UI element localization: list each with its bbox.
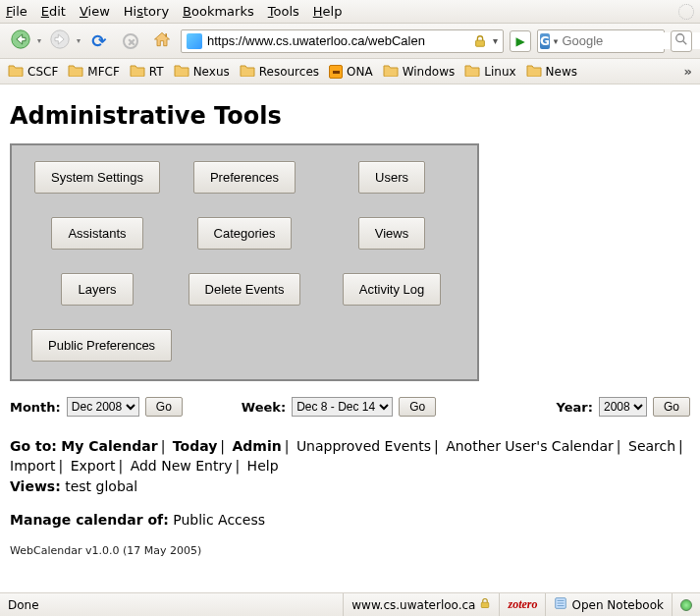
- bookmark-linux[interactable]: Linux: [464, 63, 515, 80]
- open-notebook-button[interactable]: Open Notebook: [545, 593, 672, 616]
- folder-icon: [68, 63, 83, 80]
- bookmark-ona[interactable]: ONA: [329, 65, 373, 79]
- month-label: Month:: [10, 400, 61, 415]
- bookmark-news[interactable]: News: [526, 63, 577, 80]
- url-input[interactable]: [205, 32, 470, 49]
- link-today[interactable]: Today: [173, 438, 217, 454]
- page-title: Administrative Tools: [10, 102, 690, 130]
- menu-view[interactable]: View: [80, 4, 110, 19]
- preferences-button[interactable]: Preferences: [193, 161, 296, 194]
- link-search[interactable]: Search: [628, 438, 675, 454]
- layers-button[interactable]: Layers: [61, 273, 133, 306]
- search-bar[interactable]: G ▾: [537, 29, 665, 53]
- categories-button[interactable]: Categories: [197, 217, 293, 250]
- status-led[interactable]: [672, 593, 700, 616]
- bookmark-rt[interactable]: RT: [130, 63, 164, 80]
- admin-tools-panel: System Settings Preferences Users Assist…: [10, 143, 479, 381]
- link-my-calendar[interactable]: My Calendar: [61, 438, 157, 454]
- bookmarks-toolbar: CSCF MFCF RT Nexus Resources ONA Windows…: [0, 59, 700, 84]
- menu-edit[interactable]: Edit: [41, 4, 66, 19]
- delete-events-button[interactable]: Delete Events: [188, 273, 301, 306]
- menu-history[interactable]: History: [124, 4, 169, 19]
- bookmark-label: ONA: [347, 65, 373, 79]
- throbber-icon: [678, 4, 694, 20]
- bookmark-mfcf[interactable]: MFCF: [68, 63, 120, 80]
- assistants-button[interactable]: Assistants: [51, 217, 142, 250]
- folder-icon: [174, 63, 189, 80]
- users-button[interactable]: Users: [358, 161, 425, 194]
- svg-rect-2: [165, 33, 167, 36]
- link-unapproved-events[interactable]: Unapproved Events: [296, 438, 431, 454]
- play-icon: ▶: [515, 34, 524, 48]
- folder-icon: [383, 63, 399, 80]
- activity-log-button[interactable]: Activity Log: [343, 273, 441, 306]
- search-submit-button[interactable]: [671, 30, 692, 52]
- home-button[interactable]: [149, 28, 175, 54]
- views-value: test global: [65, 478, 137, 494]
- navigation-toolbar: ▾ ▾ ⟳ ▾ ▶ G ▾: [0, 24, 700, 59]
- bookmark-cscf[interactable]: CSCF: [8, 63, 58, 80]
- bookmark-label: RT: [149, 65, 164, 79]
- public-preferences-button[interactable]: Public Preferences: [31, 329, 172, 362]
- link-import[interactable]: Import: [10, 458, 55, 474]
- system-settings-button[interactable]: System Settings: [34, 161, 160, 194]
- stop-button[interactable]: [118, 28, 143, 54]
- views-button[interactable]: Views: [358, 217, 425, 250]
- views-label: Views:: [10, 478, 61, 494]
- go-button[interactable]: ▶: [510, 30, 531, 52]
- status-bar: Done www.cs.uwaterloo.ca zotero Open Not…: [0, 592, 700, 616]
- year-select[interactable]: 2008: [599, 397, 647, 417]
- bookmark-label: News: [546, 65, 577, 79]
- menu-bookmarks[interactable]: Bookmarks: [183, 4, 254, 19]
- forward-history-dropdown[interactable]: ▾: [77, 36, 81, 45]
- bookmark-nexus[interactable]: Nexus: [174, 63, 230, 80]
- menu-tools[interactable]: Tools: [268, 4, 299, 19]
- back-history-dropdown[interactable]: ▾: [37, 36, 41, 45]
- week-label: Week:: [242, 400, 286, 415]
- year-go-button[interactable]: Go: [653, 397, 690, 417]
- ona-icon: [329, 65, 343, 79]
- link-admin[interactable]: Admin: [232, 438, 281, 454]
- footer-links: Go to: My Calendar| Today| Admin| Unappr…: [10, 436, 690, 559]
- manage-label: Manage calendar of:: [10, 512, 169, 528]
- led-icon: [680, 599, 692, 611]
- back-button[interactable]: [8, 28, 33, 54]
- folder-icon: [464, 63, 480, 80]
- menubar: File Edit View History Bookmarks Tools H…: [0, 0, 700, 24]
- bookmark-windows[interactable]: Windows: [383, 63, 456, 80]
- link-export[interactable]: Export: [71, 458, 116, 474]
- status-host: www.cs.uwaterloo.ca: [343, 593, 499, 616]
- bookmark-label: CSCF: [27, 65, 58, 79]
- status-text: Done: [0, 593, 343, 616]
- search-engine-icon[interactable]: G: [540, 33, 550, 49]
- magnify-icon: [674, 32, 688, 49]
- bookmark-label: Linux: [484, 65, 515, 79]
- bookmark-label: Windows: [403, 65, 456, 79]
- menu-file[interactable]: File: [6, 4, 27, 19]
- stop-icon: [123, 33, 138, 49]
- week-select[interactable]: Dec 8 - Dec 14: [292, 397, 393, 417]
- bookmarks-overflow-button[interactable]: »: [684, 64, 692, 79]
- search-engine-dropdown[interactable]: ▾: [552, 36, 561, 46]
- url-bar[interactable]: ▾: [181, 29, 504, 53]
- link-another-users-calendar[interactable]: Another User's Calendar: [446, 438, 614, 454]
- week-go-button[interactable]: Go: [399, 397, 436, 417]
- home-icon: [152, 29, 172, 52]
- bookmark-resources[interactable]: Resources: [240, 63, 319, 80]
- arrow-right-icon: [50, 29, 70, 52]
- arrow-left-icon: [11, 29, 30, 52]
- menu-help[interactable]: Help: [313, 4, 343, 19]
- lock-icon: [473, 34, 487, 48]
- url-history-dropdown[interactable]: ▾: [490, 35, 501, 46]
- site-favicon-icon: [187, 33, 202, 49]
- forward-button[interactable]: [47, 28, 73, 54]
- folder-icon: [526, 63, 542, 80]
- link-help[interactable]: Help: [247, 458, 279, 474]
- folder-icon: [240, 63, 255, 80]
- reload-button[interactable]: ⟳: [86, 28, 112, 54]
- link-add-new-entry[interactable]: Add New Entry: [131, 458, 233, 474]
- zotero-button[interactable]: zotero: [499, 593, 545, 616]
- date-navigation: Month: Dec 2008 Go Week: Dec 8 - Dec 14 …: [10, 397, 690, 417]
- month-select[interactable]: Dec 2008: [67, 397, 139, 417]
- month-go-button[interactable]: Go: [145, 397, 183, 417]
